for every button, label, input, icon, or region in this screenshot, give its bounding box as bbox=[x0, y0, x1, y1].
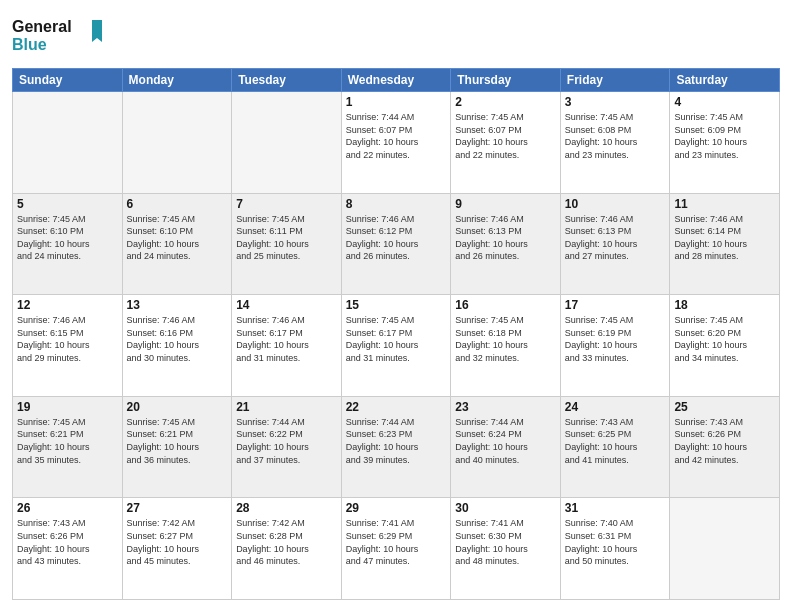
day-info: Sunrise: 7:43 AM Sunset: 6:26 PM Dayligh… bbox=[674, 416, 775, 466]
day-number: 14 bbox=[236, 298, 337, 312]
calendar-cell bbox=[122, 92, 232, 194]
calendar-cell: 25Sunrise: 7:43 AM Sunset: 6:26 PM Dayli… bbox=[670, 396, 780, 498]
day-info: Sunrise: 7:44 AM Sunset: 6:23 PM Dayligh… bbox=[346, 416, 447, 466]
day-number: 11 bbox=[674, 197, 775, 211]
svg-marker-2 bbox=[92, 20, 102, 42]
week-row-5: 26Sunrise: 7:43 AM Sunset: 6:26 PM Dayli… bbox=[13, 498, 780, 600]
calendar-cell: 27Sunrise: 7:42 AM Sunset: 6:27 PM Dayli… bbox=[122, 498, 232, 600]
calendar-cell: 2Sunrise: 7:45 AM Sunset: 6:07 PM Daylig… bbox=[451, 92, 561, 194]
day-number: 30 bbox=[455, 501, 556, 515]
calendar-cell: 4Sunrise: 7:45 AM Sunset: 6:09 PM Daylig… bbox=[670, 92, 780, 194]
day-number: 24 bbox=[565, 400, 666, 414]
day-number: 4 bbox=[674, 95, 775, 109]
calendar-cell: 21Sunrise: 7:44 AM Sunset: 6:22 PM Dayli… bbox=[232, 396, 342, 498]
day-info: Sunrise: 7:44 AM Sunset: 6:22 PM Dayligh… bbox=[236, 416, 337, 466]
weekday-header-tuesday: Tuesday bbox=[232, 69, 342, 92]
day-number: 15 bbox=[346, 298, 447, 312]
day-info: Sunrise: 7:46 AM Sunset: 6:14 PM Dayligh… bbox=[674, 213, 775, 263]
day-number: 26 bbox=[17, 501, 118, 515]
calendar-cell: 29Sunrise: 7:41 AM Sunset: 6:29 PM Dayli… bbox=[341, 498, 451, 600]
weekday-header-row: SundayMondayTuesdayWednesdayThursdayFrid… bbox=[13, 69, 780, 92]
day-number: 29 bbox=[346, 501, 447, 515]
day-info: Sunrise: 7:43 AM Sunset: 6:25 PM Dayligh… bbox=[565, 416, 666, 466]
day-info: Sunrise: 7:46 AM Sunset: 6:17 PM Dayligh… bbox=[236, 314, 337, 364]
calendar-cell: 8Sunrise: 7:46 AM Sunset: 6:12 PM Daylig… bbox=[341, 193, 451, 295]
day-info: Sunrise: 7:42 AM Sunset: 6:27 PM Dayligh… bbox=[127, 517, 228, 567]
day-number: 2 bbox=[455, 95, 556, 109]
week-row-1: 1Sunrise: 7:44 AM Sunset: 6:07 PM Daylig… bbox=[13, 92, 780, 194]
calendar-cell: 12Sunrise: 7:46 AM Sunset: 6:15 PM Dayli… bbox=[13, 295, 123, 397]
day-info: Sunrise: 7:40 AM Sunset: 6:31 PM Dayligh… bbox=[565, 517, 666, 567]
day-number: 3 bbox=[565, 95, 666, 109]
day-number: 20 bbox=[127, 400, 228, 414]
weekday-header-saturday: Saturday bbox=[670, 69, 780, 92]
day-info: Sunrise: 7:43 AM Sunset: 6:26 PM Dayligh… bbox=[17, 517, 118, 567]
weekday-header-wednesday: Wednesday bbox=[341, 69, 451, 92]
day-info: Sunrise: 7:45 AM Sunset: 6:07 PM Dayligh… bbox=[455, 111, 556, 161]
day-info: Sunrise: 7:45 AM Sunset: 6:17 PM Dayligh… bbox=[346, 314, 447, 364]
calendar-cell bbox=[232, 92, 342, 194]
calendar-cell: 7Sunrise: 7:45 AM Sunset: 6:11 PM Daylig… bbox=[232, 193, 342, 295]
calendar-cell: 20Sunrise: 7:45 AM Sunset: 6:21 PM Dayli… bbox=[122, 396, 232, 498]
calendar-cell: 13Sunrise: 7:46 AM Sunset: 6:16 PM Dayli… bbox=[122, 295, 232, 397]
calendar-cell: 24Sunrise: 7:43 AM Sunset: 6:25 PM Dayli… bbox=[560, 396, 670, 498]
day-info: Sunrise: 7:46 AM Sunset: 6:15 PM Dayligh… bbox=[17, 314, 118, 364]
day-number: 22 bbox=[346, 400, 447, 414]
day-info: Sunrise: 7:45 AM Sunset: 6:09 PM Dayligh… bbox=[674, 111, 775, 161]
page: General Blue SundayMondayTuesdayWednesda… bbox=[0, 0, 792, 612]
day-number: 25 bbox=[674, 400, 775, 414]
calendar-cell: 19Sunrise: 7:45 AM Sunset: 6:21 PM Dayli… bbox=[13, 396, 123, 498]
day-number: 7 bbox=[236, 197, 337, 211]
day-number: 28 bbox=[236, 501, 337, 515]
calendar-cell: 16Sunrise: 7:45 AM Sunset: 6:18 PM Dayli… bbox=[451, 295, 561, 397]
day-number: 27 bbox=[127, 501, 228, 515]
day-info: Sunrise: 7:45 AM Sunset: 6:21 PM Dayligh… bbox=[127, 416, 228, 466]
day-info: Sunrise: 7:44 AM Sunset: 6:07 PM Dayligh… bbox=[346, 111, 447, 161]
svg-text:General: General bbox=[12, 18, 72, 35]
day-info: Sunrise: 7:45 AM Sunset: 6:18 PM Dayligh… bbox=[455, 314, 556, 364]
day-info: Sunrise: 7:45 AM Sunset: 6:11 PM Dayligh… bbox=[236, 213, 337, 263]
day-info: Sunrise: 7:46 AM Sunset: 6:13 PM Dayligh… bbox=[455, 213, 556, 263]
day-number: 6 bbox=[127, 197, 228, 211]
calendar-cell: 10Sunrise: 7:46 AM Sunset: 6:13 PM Dayli… bbox=[560, 193, 670, 295]
calendar-cell: 9Sunrise: 7:46 AM Sunset: 6:13 PM Daylig… bbox=[451, 193, 561, 295]
weekday-header-thursday: Thursday bbox=[451, 69, 561, 92]
logo: General Blue bbox=[12, 12, 112, 60]
calendar-cell bbox=[13, 92, 123, 194]
calendar-cell: 14Sunrise: 7:46 AM Sunset: 6:17 PM Dayli… bbox=[232, 295, 342, 397]
day-number: 12 bbox=[17, 298, 118, 312]
calendar-cell: 5Sunrise: 7:45 AM Sunset: 6:10 PM Daylig… bbox=[13, 193, 123, 295]
calendar-cell: 26Sunrise: 7:43 AM Sunset: 6:26 PM Dayli… bbox=[13, 498, 123, 600]
calendar-cell: 15Sunrise: 7:45 AM Sunset: 6:17 PM Dayli… bbox=[341, 295, 451, 397]
calendar-cell: 1Sunrise: 7:44 AM Sunset: 6:07 PM Daylig… bbox=[341, 92, 451, 194]
day-number: 18 bbox=[674, 298, 775, 312]
calendar-cell: 17Sunrise: 7:45 AM Sunset: 6:19 PM Dayli… bbox=[560, 295, 670, 397]
day-number: 19 bbox=[17, 400, 118, 414]
weekday-header-friday: Friday bbox=[560, 69, 670, 92]
day-info: Sunrise: 7:45 AM Sunset: 6:10 PM Dayligh… bbox=[127, 213, 228, 263]
calendar-cell: 6Sunrise: 7:45 AM Sunset: 6:10 PM Daylig… bbox=[122, 193, 232, 295]
day-info: Sunrise: 7:46 AM Sunset: 6:13 PM Dayligh… bbox=[565, 213, 666, 263]
weekday-header-monday: Monday bbox=[122, 69, 232, 92]
svg-text:Blue: Blue bbox=[12, 36, 47, 53]
day-number: 17 bbox=[565, 298, 666, 312]
calendar-cell bbox=[670, 498, 780, 600]
day-info: Sunrise: 7:45 AM Sunset: 6:20 PM Dayligh… bbox=[674, 314, 775, 364]
day-number: 10 bbox=[565, 197, 666, 211]
day-number: 13 bbox=[127, 298, 228, 312]
day-number: 5 bbox=[17, 197, 118, 211]
calendar-cell: 23Sunrise: 7:44 AM Sunset: 6:24 PM Dayli… bbox=[451, 396, 561, 498]
calendar-cell: 3Sunrise: 7:45 AM Sunset: 6:08 PM Daylig… bbox=[560, 92, 670, 194]
day-number: 21 bbox=[236, 400, 337, 414]
calendar-cell: 31Sunrise: 7:40 AM Sunset: 6:31 PM Dayli… bbox=[560, 498, 670, 600]
day-number: 23 bbox=[455, 400, 556, 414]
day-info: Sunrise: 7:45 AM Sunset: 6:21 PM Dayligh… bbox=[17, 416, 118, 466]
day-number: 8 bbox=[346, 197, 447, 211]
weekday-header-sunday: Sunday bbox=[13, 69, 123, 92]
week-row-4: 19Sunrise: 7:45 AM Sunset: 6:21 PM Dayli… bbox=[13, 396, 780, 498]
day-info: Sunrise: 7:42 AM Sunset: 6:28 PM Dayligh… bbox=[236, 517, 337, 567]
day-info: Sunrise: 7:45 AM Sunset: 6:19 PM Dayligh… bbox=[565, 314, 666, 364]
day-number: 16 bbox=[455, 298, 556, 312]
day-info: Sunrise: 7:46 AM Sunset: 6:16 PM Dayligh… bbox=[127, 314, 228, 364]
day-number: 9 bbox=[455, 197, 556, 211]
